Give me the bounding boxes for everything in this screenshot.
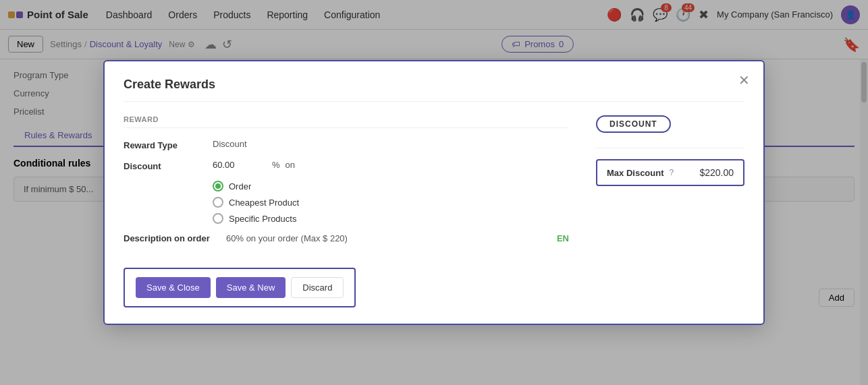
discount-on-options: Order Cheapest Product Specific Products	[213, 181, 569, 224]
discard-button[interactable]: Discard	[291, 277, 344, 298]
max-discount-value[interactable]: $220.00	[699, 167, 734, 178]
save-close-button[interactable]: Save & Close	[136, 277, 211, 298]
modal-footer: Save & Close Save & New Discard	[124, 268, 356, 307]
discount-on: on	[286, 160, 295, 170]
discount-badge: DISCOUNT	[596, 115, 671, 133]
discount-section-label: DISCOUNT	[596, 115, 744, 148]
modal-title: Create Rewards	[124, 78, 744, 102]
radio-cheapest[interactable]: Cheapest Product	[213, 197, 569, 208]
save-new-button[interactable]: Save & New	[216, 277, 286, 298]
modal-overlay: Create Rewards ✕ REWARD Reward Type Disc…	[0, 0, 868, 385]
discount-input-row: 60.00 % on	[213, 160, 295, 170]
max-discount-box: Max Discount ? $220.00	[596, 159, 744, 186]
create-rewards-modal: Create Rewards ✕ REWARD Reward Type Disc…	[103, 60, 765, 325]
radio-order[interactable]: Order	[213, 181, 569, 191]
discount-pct: %	[272, 160, 280, 170]
description-value: 60% on your order (Max $ 220)	[226, 233, 549, 243]
modal-left: REWARD Reward Type Discount Discount 60.…	[124, 115, 569, 254]
close-button[interactable]: ✕	[738, 72, 750, 88]
max-discount-help[interactable]: ?	[670, 168, 674, 177]
reward-type-row: Reward Type Discount	[124, 139, 569, 150]
radio-order-label: Order	[229, 181, 251, 191]
radio-cheapest-label: Cheapest Product	[229, 198, 299, 208]
radio-order-circle	[213, 181, 223, 191]
modal-right: DISCOUNT Max Discount ? $220.00	[596, 115, 744, 254]
reward-type-label: Reward Type	[124, 139, 205, 150]
radio-specific[interactable]: Specific Products	[213, 213, 569, 224]
modal-body: REWARD Reward Type Discount Discount 60.…	[124, 115, 744, 254]
discount-label: Discount	[124, 160, 205, 171]
lang-selector[interactable]: EN	[557, 233, 569, 243]
max-discount-label: Max Discount	[607, 168, 664, 178]
description-row: Description on order 60% on your order (…	[124, 233, 569, 243]
radio-cheapest-circle	[213, 197, 223, 208]
reward-section-label: REWARD	[124, 115, 569, 128]
discount-value[interactable]: 60.00	[213, 160, 267, 170]
description-label: Description on order	[124, 233, 218, 243]
reward-type-value: Discount	[213, 139, 247, 149]
discount-row: Discount 60.00 % on	[124, 160, 569, 171]
radio-specific-label: Specific Products	[229, 214, 296, 224]
radio-specific-circle	[213, 213, 223, 224]
